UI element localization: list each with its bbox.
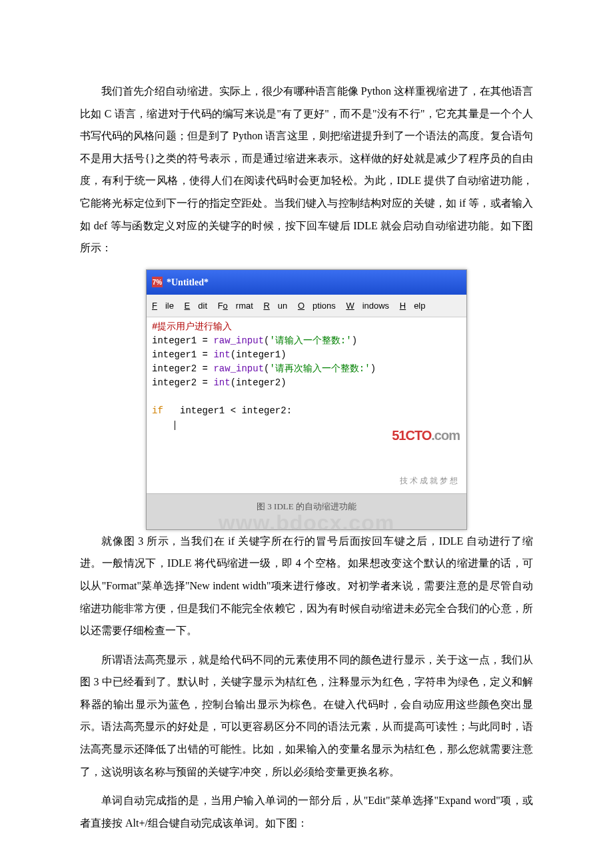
menu-windows[interactable]: Windows	[346, 301, 389, 311]
code-comment: #提示用户进行输入	[152, 321, 232, 332]
menu-edit[interactable]: Edit	[185, 301, 207, 311]
paragraph-3: 所谓语法高亮显示，就是给代码不同的元素使用不同的颜色进行显示，关于这一点，我们从…	[80, 649, 533, 783]
window-title-bar: 7% *Untitled*	[147, 270, 466, 295]
menu-run[interactable]: Run	[263, 301, 287, 311]
figure-caption: 图 3 IDLE 的自动缩进功能	[257, 501, 356, 511]
menu-bar: File Edit Format Run Options Windows Hel…	[147, 295, 466, 317]
paragraph-4: 单词自动完成指的是，当用户输入单词的一部分后，从"Edit"菜单选择"Expan…	[80, 789, 533, 834]
figure-caption-bar: 图 3 IDLE 的自动缩进功能 www.bdocx.com	[147, 493, 466, 529]
paragraph-2: 就像图 3 所示，当我们在 if 关键字所在行的冒号后面按回车键之后，IDLE …	[80, 530, 533, 642]
window-title: *Untitled*	[167, 273, 209, 292]
menu-file[interactable]: File	[152, 301, 174, 311]
text-cursor	[175, 421, 175, 430]
menu-format[interactable]: Format	[218, 301, 253, 311]
idle-screenshot: 7% *Untitled* File Edit Format Run Optio…	[146, 269, 467, 530]
tk-icon: 7%	[152, 277, 163, 287]
code-editor[interactable]: #提示用户进行输入 integer1 = raw_input('请输入一个整数:…	[147, 317, 466, 493]
paragraph-1: 我们首先介绍自动缩进。实际上，很少有哪种语言能像 Python 这样重视缩进了，…	[80, 80, 533, 259]
menu-options[interactable]: Options	[298, 301, 336, 311]
menu-help[interactable]: Help	[400, 301, 426, 311]
